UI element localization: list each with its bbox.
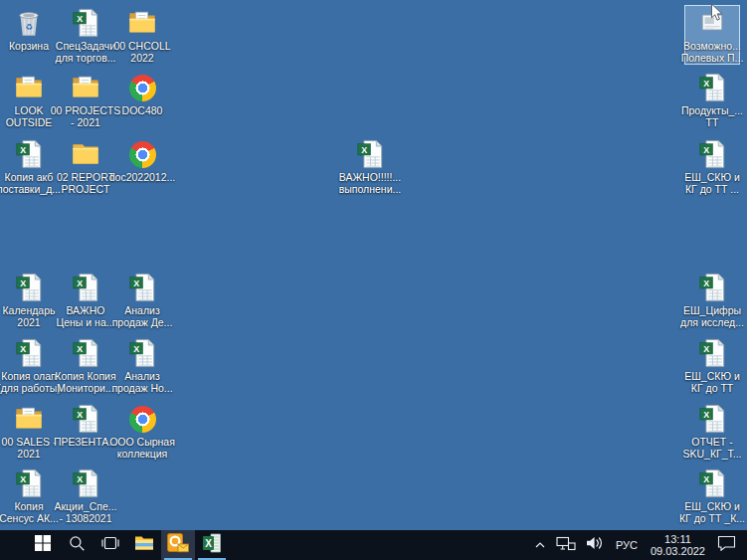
svg-text:X: X	[703, 410, 709, 420]
excel-icon: X	[71, 273, 100, 302]
svg-text:X: X	[703, 145, 709, 155]
desktop-icon-label: Продукты_... ТТ	[673, 104, 747, 128]
svg-text:X: X	[77, 410, 83, 420]
svg-text:X: X	[205, 538, 212, 549]
desktop-icon-folder-projects-2021[interactable]: 00 PROJECTS - 2021	[58, 70, 113, 129]
desktop-icon-label: Анализ продаж Но...	[103, 370, 181, 394]
svg-text:X: X	[703, 279, 709, 288]
desktop-surface[interactable]: ♻КорзинаXСпецЗадачи для торгов...00 CHCO…	[0, 0, 747, 530]
svg-text:♻: ♻	[25, 22, 33, 32]
svg-text:X: X	[703, 344, 709, 354]
volume-icon	[586, 536, 605, 554]
desktop-icon-label: ОТЧЕТ - SKU_КГ_Т...	[673, 436, 747, 460]
desktop-icon-label: Возможно... Полевых П...	[673, 40, 747, 64]
mouse-cursor	[710, 3, 723, 22]
recycle-icon: ♻	[14, 8, 44, 38]
volume-button[interactable]	[581, 530, 610, 560]
folder-docs-icon	[71, 73, 100, 102]
chevron-up-icon	[534, 536, 546, 554]
taskbar-clock[interactable]: 13:11 09.03.2022	[644, 533, 712, 557]
outlook-button[interactable]	[161, 530, 195, 560]
desktop-icon-label: DOC480	[103, 104, 181, 116]
svg-text:X: X	[133, 344, 139, 354]
desktop-icon-file-esh-tsifry[interactable]: XЕШ_Цифры для исслед...	[684, 270, 740, 329]
desktop-icon-label: ЕШ_СКЮ и КГ до ТТ _К...	[673, 500, 747, 524]
desktop-icon-folder-report-project[interactable]: 02 REPORT PROJECT	[58, 136, 113, 196]
desktop-icon-file-esh-skyu-2[interactable]: XЕШ_СКЮ и КГ до ТТ	[684, 335, 740, 395]
desktop-icon-file-vazhno-vypolnenie[interactable]: XВАЖНО!!!!!... выполнени...	[342, 136, 398, 196]
outlook-icon	[167, 533, 189, 557]
file-explorer-button[interactable]	[127, 530, 161, 560]
svg-text:X: X	[20, 344, 26, 354]
excel-icon: X	[697, 139, 727, 169]
system-tray: РУС 13:11 09.03.2022	[529, 530, 747, 560]
svg-text:X: X	[20, 279, 26, 288]
desktop-icon-folder-chcoll-2022[interactable]: 00 CHCOLL 2022	[114, 5, 170, 65]
excel-icon: X	[355, 139, 385, 169]
desktop-icon-label: Анализ продаж Де...	[103, 304, 181, 328]
clock-time: 13:11	[651, 533, 705, 545]
excel-icon: X	[697, 338, 727, 368]
desktop-icon-file-aktsii-spe[interactable]: XАкции_Спе... - 13082021	[58, 466, 113, 525]
folder-plain-icon	[71, 139, 100, 169]
svg-text:X: X	[77, 474, 83, 484]
search-button[interactable]	[60, 530, 93, 560]
desktop-icon-file-esh-skyu-3[interactable]: XЕШ_СКЮ и КГ до ТТ _К...	[684, 466, 740, 525]
svg-text:X: X	[77, 344, 83, 354]
task-view-button[interactable]	[93, 530, 127, 560]
svg-text:X: X	[20, 145, 26, 155]
desktop-icon-label: ООО Сырная коллекция	[103, 436, 181, 460]
desktop-icon-label: Акции_Спе... - 13082021	[47, 500, 124, 524]
excel-icon: X	[71, 338, 100, 368]
windows-icon	[35, 535, 51, 555]
chrome-icon	[127, 139, 157, 169]
excel-icon: X	[14, 273, 44, 302]
desktop-icon-shortcut-syrnaya-kollektsiya[interactable]: ООО Сырная коллекция	[114, 401, 170, 461]
svg-text:X: X	[703, 474, 709, 484]
excel-icon: X	[697, 468, 727, 498]
hidden-icons-button[interactable]	[529, 530, 551, 560]
taskbar: X РУС 13:11 09.03.2022	[0, 530, 747, 560]
folder-docs-icon	[14, 404, 44, 434]
svg-text:X: X	[20, 474, 26, 484]
desktop-icon-folder-sales-2021[interactable]: 00 SALES - 2021	[1, 401, 57, 461]
excel-icon: X	[14, 338, 44, 368]
svg-text:X: X	[77, 14, 83, 24]
excel-icon: X	[127, 273, 157, 302]
folder-docs-icon	[127, 8, 157, 38]
excel-icon: X	[697, 73, 727, 102]
explorer-icon	[134, 534, 154, 556]
action-center-button[interactable]	[712, 530, 741, 560]
network-button[interactable]	[551, 530, 581, 560]
svg-text:X: X	[133, 279, 139, 288]
chrome-icon	[127, 73, 157, 102]
chat-bubble-icon	[717, 535, 736, 555]
desktop-icon-label: 00 CHCOLL 2022	[103, 40, 181, 64]
network-icon	[556, 536, 576, 555]
task-view-icon	[101, 535, 119, 555]
desktop-icon-label: ЕШ_Цифры для исслед...	[673, 304, 747, 328]
desktop-icon-label: ВАЖНО!!!!!... выполнени...	[331, 171, 409, 195]
excel-icon: X	[14, 468, 44, 498]
language-indicator[interactable]: РУС	[610, 539, 644, 551]
excel-icon: X	[697, 404, 727, 434]
excel-icon: X	[127, 338, 157, 368]
desktop-icon-shortcut-doc2022012[interactable]: doc2022012...	[114, 136, 170, 184]
desktop-icon-file-otchet-sku[interactable]: XОТЧЕТ - SKU_КГ_Т...	[684, 401, 740, 461]
desktop-icon-file-esh-skyu-1[interactable]: XЕШ_СКЮ и КГ до ТТ ...	[684, 136, 740, 196]
folder-docs-icon	[14, 73, 44, 102]
excel-button[interactable]: X	[195, 530, 229, 560]
svg-text:X: X	[77, 279, 83, 288]
desktop-icon-file-analiz-prodazh-de[interactable]: XАнализ продаж Де...	[114, 270, 170, 329]
svg-text:X: X	[703, 79, 709, 89]
desktop-icon-label: ЕШ_СКЮ и КГ до ТТ ...	[673, 171, 747, 195]
start-button[interactable]	[26, 530, 60, 560]
chrome-icon	[127, 404, 157, 434]
svg-text:X: X	[361, 145, 367, 155]
excel-icon: X	[697, 273, 727, 302]
desktop-icon-shortcut-doc480[interactable]: DOC480	[114, 70, 170, 117]
desktop-icon-file-produkty-tt[interactable]: XПродукты_... ТТ	[684, 70, 740, 129]
desktop-icon-label: ЕШ_СКЮ и КГ до ТТ	[673, 370, 747, 394]
excel-icon: X	[71, 468, 100, 498]
desktop-icon-file-analiz-prodazh-no[interactable]: XАнализ продаж Но...	[114, 335, 170, 395]
